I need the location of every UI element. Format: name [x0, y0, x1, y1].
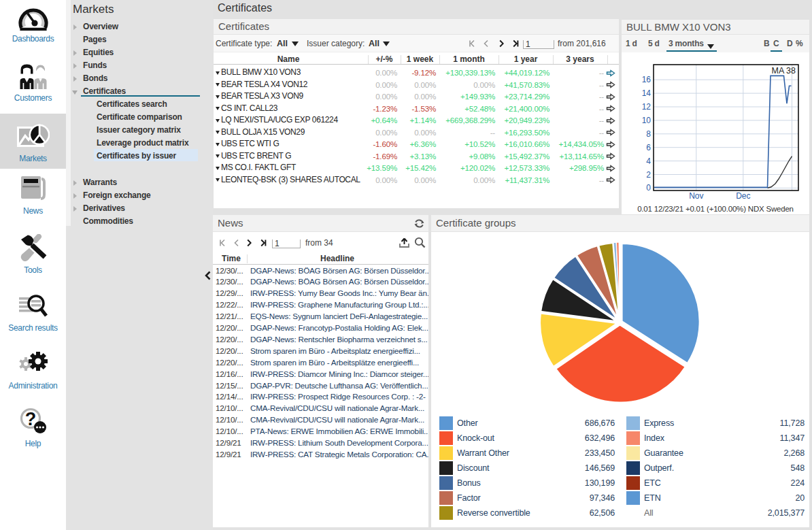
svg-text:8: 8 — [646, 129, 651, 139]
svg-text:12: 12 — [642, 102, 652, 112]
svg-text:4: 4 — [646, 156, 651, 166]
svg-text:14: 14 — [642, 88, 652, 98]
svg-text:2: 2 — [646, 170, 651, 180]
svg-text:0.01 12/23/21 +0.01 (+100.00%): 0.01 12/23/21 +0.01 (+100.00%) NDX Swede… — [637, 205, 794, 213]
svg-text:16: 16 — [642, 75, 652, 84]
svg-text:Nov: Nov — [689, 191, 703, 201]
svg-text:MA 38: MA 38 — [772, 66, 796, 76]
svg-text:0: 0 — [646, 183, 651, 193]
svg-text:10: 10 — [642, 116, 652, 125]
svg-text:6: 6 — [646, 143, 651, 152]
svg-text:Dec: Dec — [736, 191, 750, 201]
